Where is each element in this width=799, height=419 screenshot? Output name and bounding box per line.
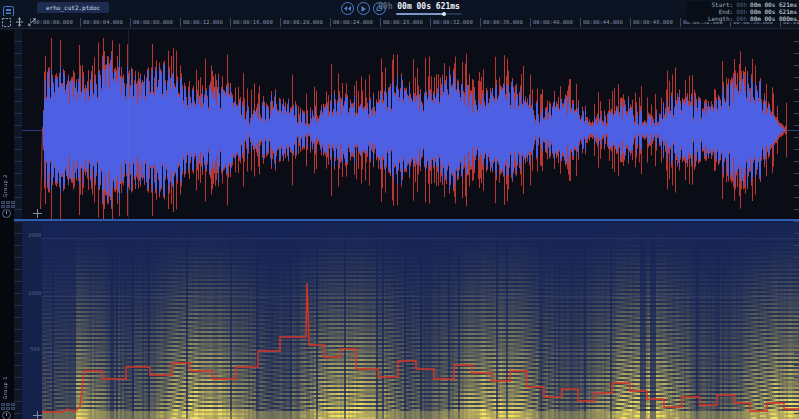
ruler-tick: 00:00:00.000 xyxy=(30,18,73,27)
document-tab[interactable]: erhu_cut2.ptdoc xyxy=(37,2,109,13)
playback-slider[interactable] xyxy=(396,13,462,15)
ruler-tick: 00:00:32.000 xyxy=(430,18,473,27)
ruler-tick-label: 00:00:08.000 xyxy=(133,19,173,25)
group-1-label: Group 1 xyxy=(2,376,8,400)
group-1-add-icon[interactable] xyxy=(33,411,42,419)
waveform-canvas[interactable] xyxy=(22,30,799,219)
timeline-ruler[interactable]: 00:00:00.00000:00:04.00000:00:08.00000:0… xyxy=(0,16,799,31)
app-logo-icon xyxy=(3,2,14,13)
ruler-tick-label: 00:00:12.000 xyxy=(183,19,223,25)
ruler-tick: 00:00:36.000 xyxy=(480,18,523,27)
ruler-tick: 00:00:04.000 xyxy=(80,18,123,27)
ruler-subline xyxy=(0,28,799,29)
ruler-tick: 00:00:28.000 xyxy=(380,18,423,27)
group-2-add-icon[interactable] xyxy=(33,209,42,218)
ruler-tick: 00:00:40.000 xyxy=(530,18,573,27)
group-2-knob[interactable] xyxy=(2,209,11,218)
selection-info-row: Start:00h00m 00s 621ms xyxy=(687,1,797,8)
group-1-knob[interactable] xyxy=(2,411,11,419)
group-2-label: Group 2 xyxy=(2,174,8,198)
toolbar: erhu_cut2.ptdoc xyxy=(0,0,799,17)
waveform-marker-line xyxy=(128,30,129,219)
right-edge-ticks xyxy=(794,30,799,419)
ruler-tick: 00:00:44.000 xyxy=(580,18,623,27)
time-display-block: 00h 00m 00s 621ms xyxy=(378,2,473,15)
ruler-tick: 00:00:08.000 xyxy=(130,18,173,27)
ruler-tick-label: 00:00:00.000 xyxy=(33,19,73,25)
ruler-tick-label: 00:00:28.000 xyxy=(383,19,423,25)
ruler-tick-label: 00:00:20.000 xyxy=(283,19,323,25)
tracks-area: 2000 1000 500 Group 2 Group 1 xyxy=(0,30,799,419)
ruler-tick-label: 00:00:48.000 xyxy=(633,19,673,25)
ruler-tick: 00:00:20.000 xyxy=(280,18,323,27)
ruler-tick-label: 00:00:32.000 xyxy=(433,19,473,25)
spectrogram-track[interactable]: 2000 1000 500 xyxy=(22,221,799,419)
play-button[interactable] xyxy=(357,2,370,15)
time-display: 00h 00m 00s 621ms xyxy=(378,2,473,11)
selection-info-row: End:00h00m 00s 621ms xyxy=(687,8,797,15)
ruler-tick: 00:00:16.000 xyxy=(230,18,273,27)
ruler-tick-label: 00:00:40.000 xyxy=(533,19,573,25)
time-rest: 00m 00s 621ms xyxy=(397,2,460,11)
ruler-tick: 00:00:24.000 xyxy=(330,18,373,27)
selection-info-row: Length:00h00m 00s 000ms xyxy=(687,15,797,22)
group-2-button-grid[interactable] xyxy=(1,201,15,208)
spectrogram-canvas[interactable] xyxy=(22,221,799,419)
playback-slider-fill xyxy=(396,13,444,15)
waveform-track[interactable] xyxy=(22,30,799,219)
time-hours: 00h xyxy=(378,2,392,11)
group-2-header: Group 2 xyxy=(0,30,42,219)
ruler-tick-label: 00:00:36.000 xyxy=(483,19,523,25)
ruler-tick-label: 00:00:44.000 xyxy=(583,19,623,25)
selection-info-panel: Start:00h00m 00s 621msEnd:00h00m 00s 621… xyxy=(687,1,797,22)
audio-editor-window: erhu_cut2.ptdoc xyxy=(0,0,799,419)
group-1-header: Group 1 xyxy=(0,221,42,419)
ruler-tick-label: 00:00:16.000 xyxy=(233,19,273,25)
ruler-tick-label: 00:00:24.000 xyxy=(333,19,373,25)
rewind-button[interactable] xyxy=(341,2,354,15)
group-1-button-grid[interactable] xyxy=(1,403,15,410)
ruler-tick: 00:00:12.000 xyxy=(180,18,223,27)
ruler-tick-label: 00:00:04.000 xyxy=(83,19,123,25)
ruler-tick: 00:00:48.000 xyxy=(630,18,673,27)
